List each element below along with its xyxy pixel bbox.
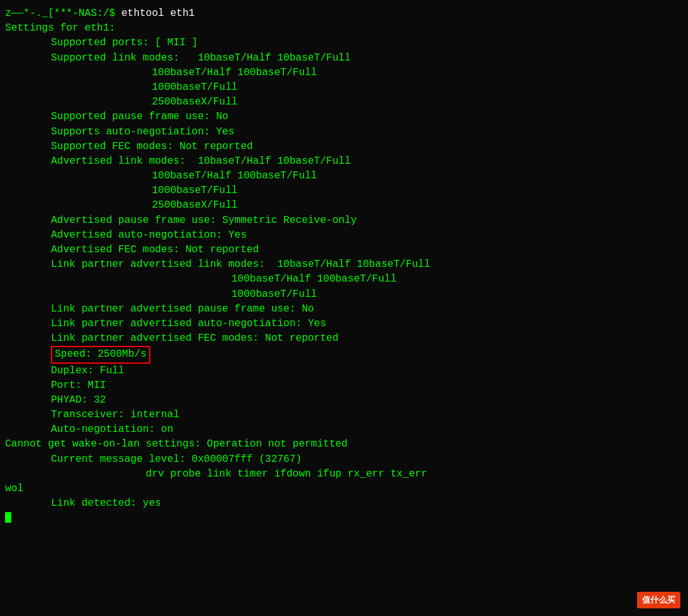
supported-pause: Supported pause frame use: No xyxy=(0,110,688,124)
supported-link-modes-1: Supported link modes: 10baseT/Half 10bas… xyxy=(0,51,688,66)
speed-line: Speed: 2500Mb/s xyxy=(0,346,688,363)
speed-value: Speed: 2500Mb/s xyxy=(51,346,150,363)
advertised-link-modes-2: 100baseT/Half 100baseT/Full xyxy=(0,169,688,183)
prompt: z——*-._[***-NAS:/$ xyxy=(5,8,121,19)
link-partner-modes-2: 100baseT/Half 100baseT/Full xyxy=(0,272,688,287)
supported-link-modes-2: 100baseT/Half 100baseT/Full xyxy=(0,66,688,80)
terminal: z——*-._[***-NAS:/$ ethtool eth1 Settings… xyxy=(0,0,688,533)
link-partner-autoneg: Link partner advertised auto-negotiation… xyxy=(0,317,688,331)
wol-label: wol xyxy=(0,482,688,496)
command: ethtool eth1 xyxy=(121,8,194,19)
link-partner-modes-3: 1000baseT/Full xyxy=(0,287,688,302)
watermark-badge: 值什么买 xyxy=(637,592,680,608)
wake-on-lan-error: Cannot get wake-on-lan settings: Operati… xyxy=(0,437,688,452)
phyad: PHYAD: 32 xyxy=(0,393,688,408)
supports-autoneg: Supports auto-negotiation: Yes xyxy=(0,125,688,140)
duplex: Duplex: Full xyxy=(0,364,688,378)
advertised-link-modes-3: 1000baseT/Full xyxy=(0,183,688,198)
command-line: z——*-._[***-NAS:/$ ethtool eth1 xyxy=(0,6,688,21)
port: Port: MII xyxy=(0,378,688,393)
supported-link-modes-3: 1000baseT/Full xyxy=(0,80,688,95)
message-level: Current message level: 0x00007fff (32767… xyxy=(0,452,688,467)
advertised-link-modes-1: Advertised link modes: 10baseT/Half 10ba… xyxy=(0,154,688,169)
settings-header: Settings for eth1: xyxy=(0,21,688,36)
link-partner-pause: Link partner advertised pause frame use:… xyxy=(0,302,688,317)
advertised-link-modes-4: 2500baseX/Full xyxy=(0,198,688,213)
link-partner-modes-1: Link partner advertised link modes: 10ba… xyxy=(0,257,688,272)
supported-link-modes-4: 2500baseX/Full xyxy=(0,95,688,110)
advertised-autoneg: Advertised auto-negotiation: Yes xyxy=(0,228,688,243)
auto-negotiation: Auto-negotiation: on xyxy=(0,422,688,437)
message-level-flags: drv probe link timer ifdown ifup rx_err … xyxy=(0,467,688,482)
advertised-pause: Advertised pause frame use: Symmetric Re… xyxy=(0,213,688,228)
supported-fec: Supported FEC modes: Not reported xyxy=(0,140,688,154)
next-prompt: █ xyxy=(0,511,688,526)
supported-ports: Supported ports: [ MII ] xyxy=(0,36,688,50)
transceiver: Transceiver: internal xyxy=(0,408,688,422)
advertised-fec: Advertised FEC modes: Not reported xyxy=(0,243,688,257)
link-partner-fec: Link partner advertised FEC modes: Not r… xyxy=(0,331,688,346)
link-detected: Link detected: yes xyxy=(0,496,688,511)
